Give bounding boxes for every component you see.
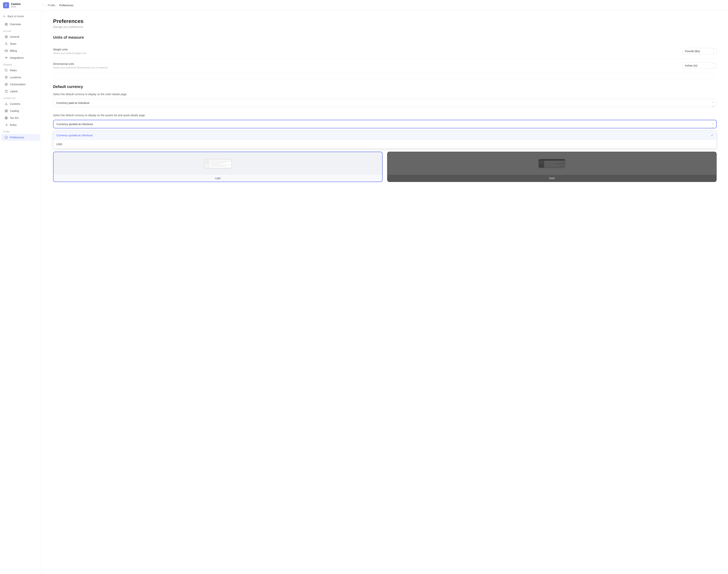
check-icon: ✓ <box>711 133 714 137</box>
currency-section-title: Default currency <box>53 85 717 89</box>
weight-units-select[interactable]: Pounds (lbs) Kilograms (kg) Ounces (oz) … <box>683 48 717 54</box>
sidebar-item-rates[interactable]: Rates <box>2 67 40 74</box>
dropdown-item-quoted-label: Currency quoted at checkout <box>56 134 93 137</box>
sidebar-section-account: Account <box>0 28 42 33</box>
rules-icon <box>5 123 8 127</box>
dark-preview-dot3 <box>541 160 542 160</box>
preview-content <box>210 161 231 168</box>
currency-select2-wrapper: Currency quoted at checkout USD EUR GBP … <box>53 120 717 131</box>
dark-preview-body <box>539 161 565 168</box>
preview-dot2 <box>206 160 207 160</box>
light-theme-preview <box>53 152 382 175</box>
breadcrumb-preferences: Preferences <box>59 4 73 7</box>
svg-point-10 <box>6 77 7 78</box>
svg-point-5 <box>6 43 7 44</box>
company-name: Camino <box>11 2 21 5</box>
sidebar-item-team[interactable]: Team <box>2 40 40 47</box>
dark-preview-sidebar <box>539 161 544 168</box>
dark-preview-dot2 <box>540 160 541 160</box>
sidebar-item-preferences[interactable]: Preferences <box>2 134 40 141</box>
grid-icon <box>5 23 8 26</box>
units-section-title: Units of measure <box>53 35 717 40</box>
sidebar-item-integrations[interactable]: Integrations <box>2 54 40 61</box>
sidebar-item-taxids[interactable]: Tax IDs <box>2 115 40 121</box>
page-title: Preferences <box>53 18 717 24</box>
sidebar-rates-label: Rates <box>10 69 17 72</box>
preview-content-line2 <box>210 162 226 163</box>
dropdown-item-quoted[interactable]: Currency quoted at checkout ✓ <box>53 131 717 140</box>
dark-content-line5 <box>544 166 560 166</box>
dimensional-units-hint: Select your preferred dimensional unit o… <box>53 66 683 69</box>
currency-dropdown-menu: Currency quoted at checkout ✓ USD <box>53 131 717 149</box>
sidebar-item-labels[interactable]: Labels <box>2 88 40 95</box>
sidebar-section-shipping: Shipping <box>0 62 42 67</box>
page-subtitle: Manage your preferences <box>53 26 717 29</box>
dark-content-line2 <box>544 162 560 163</box>
dark-sidebar-line2 <box>539 162 543 163</box>
dimensional-units-select[interactable]: Inches (in) Centimeters (cm) Feet (ft) M… <box>683 63 717 69</box>
location-icon <box>5 76 8 79</box>
sidebar: Back to home Overview Account General Te… <box>0 11 42 574</box>
sidebar-preferences-label: Preferences <box>10 136 24 139</box>
currency-desc1: Select the default currency to display o… <box>53 93 717 96</box>
preview-sidebar-line2 <box>205 162 209 163</box>
dark-theme-label: Dark <box>388 175 716 181</box>
sidebar-item-locations[interactable]: Locations <box>2 74 40 81</box>
preview-content-line3 <box>210 164 220 164</box>
svg-rect-13 <box>5 110 6 111</box>
light-theme-label: Light <box>53 175 382 181</box>
dimensional-units-row: Dimensional units Select your preferred … <box>53 58 717 73</box>
box-icon <box>5 83 8 86</box>
sidebar-item-cartonization[interactable]: Cartonization <box>2 81 40 88</box>
svg-rect-1 <box>6 23 7 24</box>
sidebar-item-rules[interactable]: Rules <box>2 122 40 128</box>
download-icon <box>5 102 8 106</box>
company-switcher[interactable]: Z Camino 0000 ⌃↓ <box>3 2 45 8</box>
svg-rect-0 <box>5 23 6 24</box>
theme-cards: Light <box>53 152 717 182</box>
currency-select1-wrapper: Currency paid at checkout USD EUR GBP ⌃⌄ <box>53 99 717 110</box>
currency-select2[interactable]: Currency quoted at checkout USD EUR GBP <box>53 120 717 128</box>
sidebar-cartonization-label: Cartonization <box>10 83 26 86</box>
breadcrumb-profile[interactable]: Profile <box>48 4 55 7</box>
settings-icon <box>5 35 8 39</box>
sidebar-item-overview[interactable]: Overview <box>2 21 40 28</box>
dropdown-item-usd-label: USD <box>56 142 63 146</box>
svg-point-4 <box>6 36 7 37</box>
chevron-down-icon: ⌃↓ <box>42 4 45 7</box>
dropdown-item-usd[interactable]: USD <box>53 140 717 149</box>
dark-theme-preview <box>388 152 716 175</box>
sidebar-item-customs[interactable]: Customs <box>2 100 40 107</box>
weight-units-label-group: Weight units Select your default weight … <box>53 48 683 54</box>
sidebar-catalog-label: Catalog <box>10 109 19 112</box>
arrow-left-icon <box>3 15 6 18</box>
dark-mockup <box>539 159 565 168</box>
preview-content-line5 <box>210 166 226 166</box>
sidebar-item-billing[interactable]: Billing <box>2 47 40 54</box>
catalog-icon <box>5 109 8 113</box>
company-id: 0000 <box>11 5 21 8</box>
currency-section: Default currency Select the default curr… <box>53 85 717 182</box>
currency-select1[interactable]: Currency paid at checkout USD EUR GBP <box>53 99 717 107</box>
sidebar-item-catalog[interactable]: Catalog <box>2 108 40 114</box>
light-mockup <box>205 159 231 168</box>
dark-content-line3 <box>544 164 555 164</box>
theme-card-light[interactable]: Light <box>53 152 382 182</box>
weight-units-select-wrapper: Pounds (lbs) Kilograms (kg) Ounces (oz) … <box>683 48 717 54</box>
sidebar-rules-label: Rules <box>10 123 17 126</box>
preview-content-line1 <box>210 161 231 162</box>
back-to-home-button[interactable]: Back to home <box>0 13 42 20</box>
sidebar-section-profile: Profile <box>0 128 42 134</box>
avatar: Z <box>3 2 9 8</box>
theme-card-dark[interactable]: Dark <box>387 152 717 182</box>
sidebar-section-landedcost: Landed cost <box>0 95 42 100</box>
sidebar-overview-label: Overview <box>10 23 21 26</box>
dimensional-units-select-wrapper: Inches (in) Centimeters (cm) Feet (ft) M… <box>683 63 717 69</box>
preview-sidebar-line3 <box>205 164 209 164</box>
svg-rect-15 <box>5 111 6 112</box>
currency-desc2: Select the default currency to display o… <box>53 114 717 117</box>
sidebar-general-label: General <box>10 35 19 38</box>
weight-units-row: Weight units Select your default weight … <box>53 44 717 58</box>
preview-sidebar <box>205 161 210 168</box>
sidebar-item-general[interactable]: General <box>2 33 40 40</box>
